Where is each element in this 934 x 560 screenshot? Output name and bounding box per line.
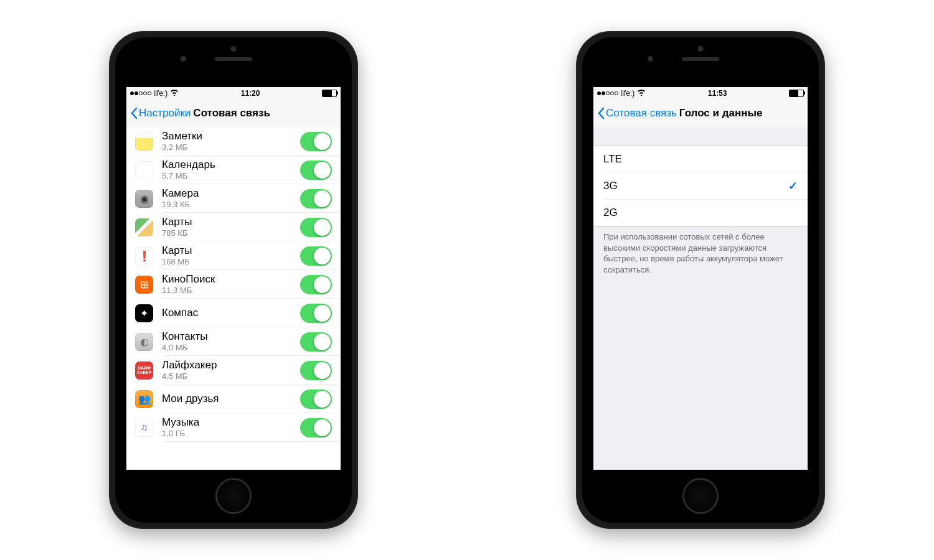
nav-title: Голос и данные [679,107,763,119]
carrier-label: life:) [621,89,635,98]
notes-icon [135,133,153,151]
cellular-toggle[interactable] [300,275,332,294]
battery-icon [322,90,337,97]
screen-left: life:) 11:20 Настройки Сотовая связь Зам… [126,87,341,470]
calendar-icon [135,161,153,179]
app-size: 1,0 ГБ [162,429,300,439]
cellular-toggle[interactable] [300,361,332,380]
phone-camera [181,56,186,62]
status-bar: life:) 11:20 [126,87,341,100]
app-row: ❗Карты168 МБ [126,241,341,270]
cellular-toggle[interactable] [300,332,332,352]
chevron-left-icon [130,107,138,119]
app-size: 4,0 МБ [162,343,300,353]
app-list[interactable]: Заметки3,2 МБКалендарь5,7 МБ◉Камера19,3 … [126,127,341,470]
phone-left: life:) 11:20 Настройки Сотовая связь Зам… [109,31,358,529]
network-options: LTE3G✓2G [593,146,808,226]
app-row: Заметки3,2 МБ [126,127,341,156]
phone-sensor [231,46,237,52]
app-size: 3,2 МБ [162,142,300,152]
cellular-toggle[interactable] [300,189,332,208]
option-label: 2G [603,207,618,219]
status-time: 11:20 [241,89,260,98]
app-row: ◐Контакты4,0 МБ [126,327,341,356]
cellular-toggle[interactable] [300,418,332,437]
phone-sensor [698,46,704,52]
lifehacker-icon: ЛАЙФХАКЕР [135,362,153,380]
wifi-icon [170,89,179,98]
app-size: 785 КБ [162,228,300,238]
app-name: Компас [162,307,300,319]
app-row: ✦Компас [126,299,341,327]
app-name: Музыка [162,416,300,429]
yandex-maps-icon: ❗ [135,247,153,265]
cellular-toggle[interactable] [300,218,332,237]
nav-back-label: Сотовая связь [606,107,677,119]
find-friends-icon: 👥 [135,390,153,408]
phone-speaker [682,57,719,61]
nav-back-label: Настройки [139,107,191,119]
carrier-label: life:) [154,89,168,98]
app-row: Карты785 КБ [126,213,341,241]
phone-speaker [215,57,252,61]
battery-icon [789,90,804,97]
app-name: Лайфхакер [162,359,300,371]
network-option[interactable]: LTE [593,146,808,172]
app-name: Карты [162,245,300,257]
cellular-toggle[interactable] [300,132,332,151]
app-name: Карты [162,216,300,228]
camera-icon: ◉ [135,190,153,208]
phone-right: life:) 11:53 Сотовая связь Голос и данны… [576,31,825,529]
footer-note: При использовании сотовых сетей с более … [593,226,808,275]
nav-back-button[interactable]: Сотовая связь [593,107,677,119]
app-name: Мои друзья [162,393,300,405]
app-size: 11,3 МБ [162,286,300,296]
nav-back-button[interactable]: Настройки [126,107,191,119]
contacts-icon: ◐ [135,333,153,351]
cellular-toggle[interactable] [300,304,332,323]
nav-bar: Сотовая связь Голос и данные [593,100,808,128]
kinopoisk-icon: ⊞ [135,276,153,294]
signal-dots [130,91,151,95]
app-name: Календарь [162,159,300,171]
app-name: КиноПоиск [162,273,300,286]
status-time: 11:53 [708,89,727,98]
app-size: 19,3 КБ [162,200,300,210]
cellular-toggle[interactable] [300,161,332,180]
app-name: Заметки [162,130,300,142]
option-label: 3G [603,180,618,192]
app-row: ЛАЙФХАКЕРЛайфхакер4,5 МБ [126,356,341,385]
app-row: Календарь5,7 МБ [126,156,341,184]
network-option[interactable]: 3G✓ [593,172,808,200]
network-option[interactable]: 2G [593,200,808,226]
screen-right: life:) 11:53 Сотовая связь Голос и данны… [593,87,808,470]
app-name: Контакты [162,330,300,343]
nav-title: Сотовая связь [193,107,270,119]
app-size: 5,7 МБ [162,171,300,181]
wifi-icon [637,89,646,98]
option-label: LTE [603,153,622,166]
chevron-left-icon [597,107,605,119]
options-content: LTE3G✓2G При использовании сотовых сетей… [593,127,808,470]
phone-camera [648,56,653,62]
nav-bar: Настройки Сотовая связь [126,100,341,128]
checkmark-icon: ✓ [788,179,798,193]
app-row: ♫Музыка1,0 ГБ [126,413,341,442]
app-row: ⊞КиноПоиск11,3 МБ [126,270,341,299]
cellular-toggle[interactable] [300,390,332,409]
home-button[interactable] [682,478,719,514]
home-button[interactable] [215,478,252,514]
signal-dots [597,91,618,95]
cellular-toggle[interactable] [300,246,332,266]
apple-maps-icon [135,218,153,236]
app-size: 168 МБ [162,257,300,267]
app-name: Камера [162,187,300,200]
status-bar: life:) 11:53 [593,87,808,100]
app-row: ◉Камера19,3 КБ [126,184,341,213]
music-icon: ♫ [135,419,153,437]
app-row: 👥Мои друзья [126,385,341,413]
app-size: 4,5 МБ [162,371,300,381]
compass-icon: ✦ [135,304,153,322]
